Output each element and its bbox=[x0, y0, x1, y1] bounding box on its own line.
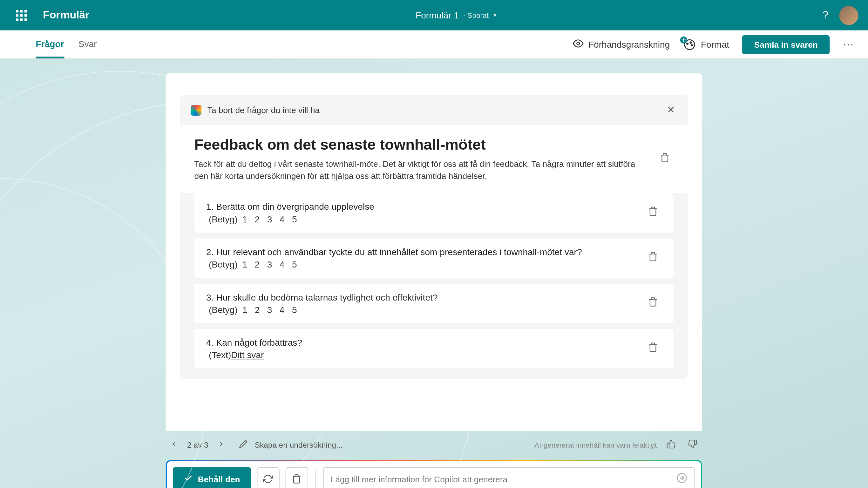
format-button[interactable]: Format bbox=[683, 38, 729, 51]
delete-question-button[interactable] bbox=[644, 248, 661, 268]
delete-question-button[interactable] bbox=[644, 293, 661, 313]
question-block[interactable]: 3. Hur skulle du bedöma talarnas tydligh… bbox=[194, 283, 674, 323]
preview-button[interactable]: Förhandsgranskning bbox=[573, 38, 670, 51]
delete-question-button[interactable] bbox=[644, 203, 661, 222]
question-block[interactable]: 1. Berätta om din övergripande upplevels… bbox=[194, 193, 674, 232]
avatar[interactable] bbox=[839, 6, 858, 25]
form-title-block[interactable]: Feedback om det senaste townhall-mötet T… bbox=[180, 125, 688, 193]
waffle-icon bbox=[16, 10, 27, 21]
close-icon[interactable]: ✕ bbox=[665, 102, 677, 118]
form-title[interactable]: Formulär 1 bbox=[415, 10, 459, 20]
ai-suggestion-box: Ta bort de frågor du inte vill ha ✕ Feed… bbox=[180, 95, 688, 379]
canvas-background: Ta bort de frågor du inte vill ha ✕ Feed… bbox=[0, 59, 868, 488]
form-heading: Feedback om det senaste townhall-mötet bbox=[194, 136, 649, 153]
collect-responses-button[interactable]: Samla in svaren bbox=[742, 35, 830, 54]
thumbs-up-button[interactable] bbox=[664, 437, 678, 453]
ai-hint-text: Ta bort de frågor du inte vill ha bbox=[208, 105, 659, 115]
question-block[interactable]: 2. Hur relevant och användbar tyckte du … bbox=[194, 238, 674, 278]
ai-disclaimer: AI-genererat innehåll kan vara felaktigt bbox=[534, 441, 657, 449]
send-icon[interactable] bbox=[676, 472, 687, 485]
copilot-icon bbox=[191, 104, 202, 115]
saved-status: · Sparat bbox=[464, 11, 489, 20]
preview-label: Förhandsgranskning bbox=[588, 39, 670, 50]
toolbar: Frågor Svar Förhandsgranskning Format Sa… bbox=[0, 30, 868, 59]
svg-point-0 bbox=[577, 42, 580, 45]
svg-point-3 bbox=[690, 41, 691, 43]
tab-answers[interactable]: Svar bbox=[79, 30, 97, 58]
help-icon[interactable]: ? bbox=[823, 9, 829, 21]
tab-questions[interactable]: Frågor bbox=[36, 30, 64, 58]
more-icon[interactable]: ⋯ bbox=[843, 38, 854, 51]
thumbs-down-button[interactable] bbox=[685, 437, 700, 453]
app-launcher-button[interactable] bbox=[9, 3, 33, 27]
format-label: Format bbox=[701, 39, 729, 50]
palette-icon bbox=[683, 38, 696, 51]
eye-icon bbox=[573, 38, 584, 51]
form-card: Ta bort de frågor du inte vill ha ✕ Feed… bbox=[166, 73, 702, 431]
svg-point-4 bbox=[691, 44, 692, 45]
chevron-down-icon[interactable]: ▾ bbox=[493, 12, 496, 19]
delete-question-button[interactable] bbox=[644, 339, 661, 358]
app-name: Formulär bbox=[43, 9, 89, 21]
delete-title-button[interactable] bbox=[656, 149, 673, 169]
app-header: Formulär Formulär 1 · Sparat ▾ ? bbox=[0, 0, 868, 30]
header-center: Formulär 1 · Sparat ▾ bbox=[89, 10, 822, 20]
question-block[interactable]: 4. Kan något förbättras? (Text)Ditt svar bbox=[194, 329, 674, 368]
form-description: Tack för att du deltog i vårt senaste to… bbox=[194, 158, 649, 182]
